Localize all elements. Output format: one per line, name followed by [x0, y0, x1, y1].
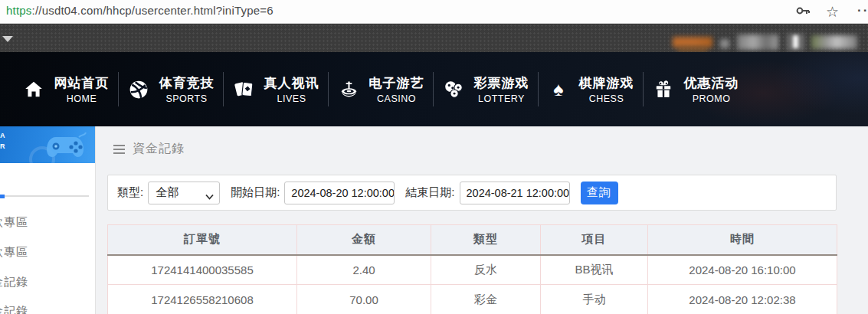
nav-item-promo[interactable]: 优惠活动PROMO: [644, 52, 748, 126]
cell-amount: 70.00: [297, 285, 431, 314]
sidebar-item-record-1[interactable]: 金記錄: [0, 275, 96, 292]
sidebar-item-withdraw-zone[interactable]: 款專區: [0, 245, 96, 262]
collapse-caret-icon[interactable]: [2, 36, 13, 42]
spade-icon: ♠: [549, 79, 569, 100]
table-row: 1724141400035585 2.40 反水 BB视讯 2024-08-20…: [108, 255, 837, 285]
menu-hamburger-icon[interactable]: [113, 145, 125, 154]
nav-label-zh: 网站首页: [54, 74, 110, 92]
nav-label-en: HOME: [54, 93, 110, 104]
url-rest: ://usdt04.com/hhcp/usercenter.html?iniTy…: [32, 4, 274, 17]
filter-bar: 類型: 全部 開始日期: 結束日期: 查詢: [107, 175, 837, 211]
table-row: 1724126558210608 70.00 彩金 手动 2024-08-20 …: [108, 285, 837, 314]
col-header-order-no: 訂單號: [108, 225, 297, 255]
banner-letter: A: [0, 132, 5, 139]
blurred-account-button-glyph: [793, 35, 798, 48]
playing-cards-icon: [234, 79, 254, 100]
cell-type: 彩金: [431, 285, 541, 314]
page-title: 資金記錄: [133, 141, 185, 157]
col-header-amount: 金額: [297, 225, 431, 255]
page-header: 資金記錄: [113, 141, 185, 157]
nav-item-casino[interactable]: 电子游艺CASINO: [329, 52, 434, 126]
table-header-row: 訂單號 金額 類型 項目 時間: [108, 225, 837, 255]
password-key-icon[interactable]: [796, 5, 811, 19]
bookmark-star-icon[interactable]: ☆: [826, 2, 839, 23]
nav-label-en: CASINO: [369, 93, 424, 104]
nav-label-zh: 体育竞技: [159, 74, 215, 92]
sidebar-item-deposit-zone[interactable]: 款專區: [0, 215, 96, 232]
account-topbar: [0, 24, 868, 52]
sidebar: A R 款專區 款專區 金記錄 金記錄: [0, 126, 96, 314]
blurred-account-icon[interactable]: [720, 39, 729, 48]
roulette-icon: [339, 79, 359, 100]
col-header-type: 類型: [431, 225, 541, 255]
type-label: 類型:: [117, 185, 143, 200]
nav-item-lives[interactable]: 真人视讯LIVES: [224, 52, 329, 126]
browser-address-bar[interactable]: https://usdt04.com/hhcp/usercenter.html?…: [0, 0, 868, 24]
blurred-balance[interactable]: [737, 34, 778, 50]
lottery-balls-icon: [444, 79, 464, 100]
nav-label-en: LOTTERY: [474, 93, 529, 104]
nav-label-zh: 优惠活动: [684, 74, 739, 92]
nav-label-zh: 真人视讯: [264, 74, 319, 92]
nav-label-en: PROMO: [684, 93, 739, 104]
sidebar-banner[interactable]: A R: [0, 126, 96, 163]
sidebar-item-record-2[interactable]: 金記錄: [0, 304, 96, 314]
start-date-label: 開始日期:: [231, 185, 280, 200]
sports-ball-icon: [129, 79, 149, 100]
home-icon: [24, 79, 44, 100]
nav-item-home[interactable]: 网站首页HOME: [14, 52, 119, 126]
search-button[interactable]: 查詢: [581, 182, 618, 204]
type-select-value: 全部: [156, 185, 179, 200]
end-date-input[interactable]: [460, 182, 570, 204]
nav-item-chess[interactable]: ♠ 棋牌游戏CHESS: [539, 52, 644, 126]
nav-label-en: CHESS: [579, 93, 634, 104]
col-header-item: 項目: [541, 225, 648, 255]
nav-label-zh: 电子游艺: [369, 74, 424, 92]
gift-icon: [653, 79, 674, 100]
browser-more-icon[interactable]: ····: [857, 3, 868, 18]
sidebar-divider: [5, 195, 89, 197]
cell-item: 手动: [541, 285, 648, 314]
nav-label-zh: 棋牌游戏: [579, 74, 634, 92]
type-select[interactable]: 全部: [148, 182, 220, 204]
content-area: A R 款專區 款專區 金記錄 金記錄 資金記錄 類型: 全部: [0, 126, 868, 314]
cell-type: 反水: [431, 255, 541, 285]
end-date-label: 結束日期:: [405, 185, 454, 200]
cell-amount: 2.40: [297, 255, 431, 285]
screenshot-root: https://usdt04.com/hhcp/usercenter.html?…: [0, 0, 868, 314]
nav-label-en: LIVES: [264, 93, 319, 104]
blurred-logout-link[interactable]: [811, 35, 857, 49]
fund-records-table: 訂單號 金額 類型 項目 時間 1724141400035585 2.40 反水…: [107, 224, 837, 314]
cell-time: 2024-08-20 12:02:38: [648, 285, 837, 314]
col-header-time: 時間: [648, 225, 837, 255]
main-nav: 网站首页HOME 体育竞技SPORTS 真人视讯LIVES 电子游艺CASINO: [0, 52, 868, 126]
cell-order-no: 1724126558210608: [108, 285, 297, 314]
url-text[interactable]: https://usdt04.com/hhcp/usercenter.html?…: [6, 4, 274, 17]
blurred-username[interactable]: [673, 37, 712, 47]
banner-letter: R: [0, 142, 5, 150]
cell-item: BB视讯: [541, 255, 648, 285]
cell-time: 2024-08-20 16:10:00: [648, 255, 837, 285]
nav-item-lottery[interactable]: 彩票游戏LOTTERY: [434, 52, 539, 126]
chevron-down-icon: [205, 189, 214, 202]
gamepad-icon: [45, 131, 93, 163]
cell-order-no: 1724141400035585: [108, 255, 297, 285]
nav-label-zh: 彩票游戏: [474, 74, 529, 92]
url-scheme: https: [6, 4, 32, 17]
nav-item-sports[interactable]: 体育竞技SPORTS: [119, 52, 224, 126]
blurred-username-sub: [677, 47, 708, 51]
start-date-input[interactable]: [284, 182, 395, 204]
nav-label-en: SPORTS: [159, 93, 215, 104]
